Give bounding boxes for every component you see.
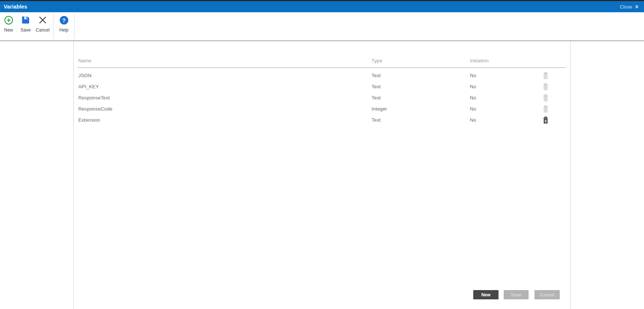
trash-icon[interactable] [543, 72, 549, 79]
variable-name: JSON [78, 70, 91, 81]
variable-type: Text [372, 92, 381, 103]
close-button-label: Close [620, 4, 632, 10]
variable-initiation: No [470, 92, 476, 103]
variables-panel: Name Type Initiation JSON Text No [73, 41, 571, 309]
table-body: JSON Text No API_KEY Text N [74, 70, 570, 126]
page-title: Variables [4, 4, 27, 10]
title-bar: Variables Close ✕ [0, 1, 644, 12]
trash-icon[interactable] [543, 83, 549, 91]
question-circle-icon: ? [60, 15, 68, 25]
toolbar-help-button[interactable]: ? Help [57, 12, 71, 33]
variable-initiation: No [470, 115, 476, 126]
toolbar-cancel-label: Cancel [36, 27, 49, 33]
toolbar-separator [74, 14, 75, 39]
new-button[interactable]: New [473, 290, 498, 299]
toolbar: New Save Cancel [0, 12, 644, 41]
table-header-divider [78, 68, 566, 68]
plus-circle-icon [4, 15, 13, 25]
trash-icon[interactable] [543, 105, 549, 113]
table-header: Name Type Initiation [74, 58, 570, 65]
close-icon: ✕ [635, 4, 639, 10]
toolbar-save-button[interactable]: Save [19, 12, 33, 33]
column-header-initiation: Initiation [470, 58, 488, 63]
toolbar-cancel-button[interactable]: Cancel [36, 12, 50, 33]
variable-type: Integer [372, 103, 387, 115]
variable-name: ResponseCode [78, 103, 112, 115]
variable-initiation: No [470, 103, 476, 115]
variables-window: Variables Close ✕ New [0, 0, 644, 309]
variable-type: Text [372, 115, 381, 126]
variable-name: Extension [78, 115, 100, 126]
table-row[interactable]: JSON Text No [74, 70, 570, 81]
toolbar-new-button[interactable]: New [1, 12, 16, 33]
column-header-type: Type [372, 58, 382, 63]
variable-type: Text [372, 70, 381, 81]
table-row[interactable]: ResponseCode Integer No [74, 103, 570, 115]
table-row[interactable]: API_KEY Text No [74, 81, 570, 92]
variable-name: API_KEY [78, 81, 99, 92]
variable-initiation: No [470, 70, 476, 81]
variable-name: ResponseText [78, 92, 110, 103]
floppy-disk-icon [21, 15, 30, 25]
close-button[interactable]: Close ✕ [620, 4, 639, 10]
variable-type: Text [372, 81, 381, 92]
toolbar-new-label: New [4, 27, 13, 33]
save-button[interactable]: Save [504, 290, 529, 299]
cancel-button[interactable]: Cancel [535, 290, 560, 299]
toolbar-separator [53, 14, 53, 39]
table-row[interactable]: Extension Text No [74, 115, 570, 126]
trash-icon[interactable] [543, 94, 549, 102]
table-row[interactable]: ResponseText Text No [74, 92, 570, 103]
toolbar-help-label: Help [59, 27, 69, 33]
trash-icon[interactable] [543, 116, 549, 124]
toolbar-save-label: Save [20, 27, 30, 33]
x-icon [38, 15, 47, 25]
variable-initiation: No [470, 81, 476, 92]
column-header-name: Name [78, 58, 91, 63]
